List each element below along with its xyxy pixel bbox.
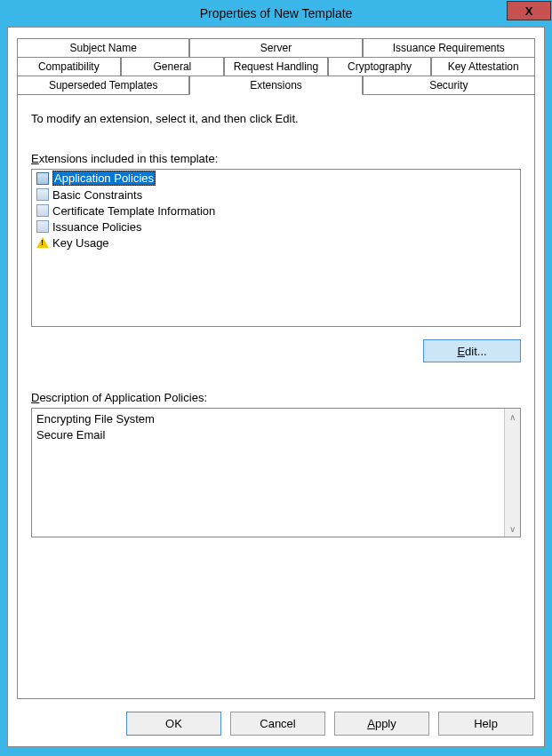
tab-panel-extensions: To modify an extension, select it, and t… <box>17 94 535 699</box>
description-content: Encrypting File System Secure Email <box>32 409 504 537</box>
description-line: Secure Email <box>36 427 500 443</box>
list-item-label: Certificate Template Information <box>52 204 215 218</box>
list-item-label: Issuance Policies <box>52 220 141 234</box>
list-item-label: Application Policies <box>52 171 156 186</box>
edit-button[interactable]: Edit... <box>423 339 521 362</box>
list-item[interactable]: Key Usage <box>32 235 520 251</box>
cancel-button[interactable]: Cancel <box>230 712 325 736</box>
list-item[interactable]: Issuance Policies <box>32 219 520 235</box>
ok-button[interactable]: OK <box>126 712 221 736</box>
tab-cryptography[interactable]: Cryptography <box>328 57 432 76</box>
description-label: Description of Application Policies: <box>31 391 521 404</box>
close-button[interactable]: X <box>507 1 551 20</box>
tab-general[interactable]: General <box>121 57 225 76</box>
list-item[interactable]: Basic Constraints <box>32 187 520 203</box>
scroll-down-icon[interactable]: ∨ <box>505 521 520 537</box>
list-item-label: Key Usage <box>52 236 109 250</box>
tab-key-attestation[interactable]: Key Attestation <box>431 57 535 76</box>
tab-superseded-templates[interactable]: Superseded Templates <box>17 76 189 95</box>
doc-icon <box>36 219 50 234</box>
doc-icon <box>36 203 50 218</box>
dialog-buttons: OK Cancel Apply Help <box>17 699 535 736</box>
apply-button[interactable]: Apply <box>334 712 429 736</box>
extensions-listbox[interactable]: Application Policies Basic Constraints C… <box>31 169 521 327</box>
window-body: Subject Name Server Issuance Requirement… <box>7 27 545 747</box>
tab-issuance-requirements[interactable]: Issuance Requirements <box>363 38 535 58</box>
description-line: Encrypting File System <box>36 411 500 427</box>
tab-server[interactable]: Server <box>189 38 362 58</box>
tab-request-handling[interactable]: Request Handling <box>224 57 328 76</box>
tabs-container: Subject Name Server Issuance Requirement… <box>17 38 535 94</box>
description-box: Encrypting File System Secure Email ∧ ∨ <box>31 408 521 537</box>
tab-compatibility[interactable]: Compatibility <box>17 57 121 76</box>
tab-subject-name[interactable]: Subject Name <box>17 38 189 58</box>
scrollbar[interactable]: ∧ ∨ <box>504 409 520 537</box>
list-item-label: Basic Constraints <box>52 188 142 202</box>
doc-icon <box>36 187 50 202</box>
extensions-list-label: Extensions included in this template: <box>31 152 521 165</box>
instruction-text: To modify an extension, select it, and t… <box>31 112 521 125</box>
scroll-up-icon[interactable]: ∧ <box>505 409 520 425</box>
help-button[interactable]: Help <box>438 712 533 736</box>
tab-security[interactable]: Security <box>363 76 535 95</box>
list-item[interactable]: Certificate Template Information <box>32 203 520 219</box>
titlebar: Properties of New Template X <box>0 0 552 27</box>
warning-icon <box>36 235 50 250</box>
tab-extensions[interactable]: Extensions <box>189 76 362 95</box>
doc-icon <box>36 171 50 186</box>
list-item[interactable]: Application Policies <box>32 170 520 187</box>
window-title: Properties of New Template <box>200 6 353 20</box>
window: Properties of New Template X Subject Nam… <box>0 0 552 756</box>
